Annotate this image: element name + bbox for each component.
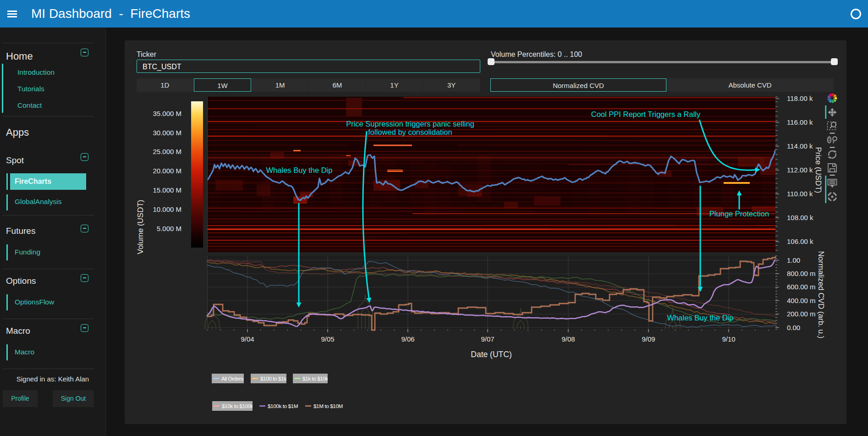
svg-text:9/06: 9/06 [401,335,414,343]
svg-text:116.00 k: 116.00 k [787,118,813,126]
svg-text:1.00: 1.00 [787,256,800,264]
svg-text:800.00 m: 800.00 m [787,270,816,277]
svg-text:110.00 k: 110.00 k [787,190,813,198]
svg-text:35.000 M: 35.000 M [153,110,181,117]
svg-text:Plunge Protection: Plunge Protection [709,210,769,218]
svg-text:30.000 M: 30.000 M [153,129,181,137]
svg-text:Whales Buy the Dip: Whales Buy the Dip [667,314,734,322]
svg-text:9/05: 9/05 [321,335,334,343]
svg-text:Normalized CVD (arb. u.): Normalized CVD (arb. u.) [817,251,825,339]
svg-text:Cool PPI Report Triggers a Ral: Cool PPI Report Triggers a Rally [591,110,701,118]
svg-text:114.00 k: 114.00 k [787,142,813,150]
svg-text:9/09: 9/09 [642,335,655,343]
svg-text:9/07: 9/07 [481,335,494,343]
svg-text:9/08: 9/08 [561,335,575,343]
svg-text:5.000 M: 5.000 M [157,225,181,232]
svg-text:10.000 M: 10.000 M [153,205,181,213]
svg-text:Volume (USDT): Volume (USDT) [136,199,145,254]
svg-text:112.00 k: 112.00 k [787,166,813,174]
svg-text:106.00 k: 106.00 k [787,237,813,245]
svg-text:400.00 m: 400.00 m [787,297,816,304]
svg-text:20.000 M: 20.000 M [153,167,181,175]
svg-text:15.000 M: 15.000 M [153,186,181,194]
svg-text:0.00: 0.00 [787,324,800,331]
svg-text:followed by consolidation: followed by consolidation [368,128,452,136]
svg-text:9/10: 9/10 [722,335,735,343]
svg-text:200.00 m: 200.00 m [787,310,816,318]
svg-text:Whales Buy the Dip: Whales Buy the Dip [266,166,333,174]
svg-text:9/04: 9/04 [241,335,254,343]
svg-text:Date (UTC): Date (UTC) [471,350,511,359]
svg-text:108.00 k: 108.00 k [787,214,813,221]
svg-text:118.00 k: 118.00 k [787,94,813,102]
svg-text:Price (USDT): Price (USDT) [814,147,823,193]
svg-text:25.000 M: 25.000 M [153,148,181,155]
svg-text:600.00 m: 600.00 m [787,283,816,291]
svg-text:Price Supression triggers pani: Price Supression triggers panic selling [346,120,474,128]
